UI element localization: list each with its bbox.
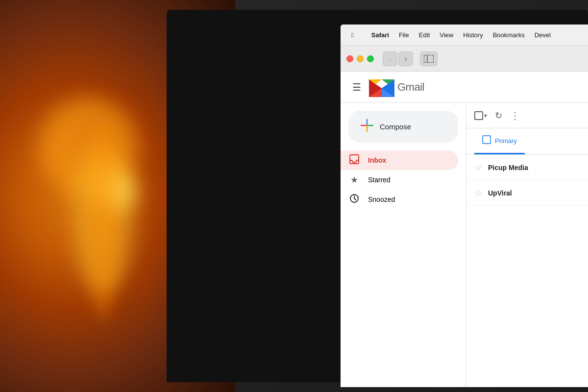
mac-window:  Safari File Edit View History Bookmark…: [341, 24, 588, 387]
view-menu-item[interactable]: View: [435, 29, 458, 41]
clock-icon: [348, 194, 360, 206]
gmail-sidebar: Compose Inbox: [341, 103, 466, 387]
email-sender: UpViral: [488, 189, 557, 197]
bookmarks-menu-item[interactable]: Bookmarks: [488, 29, 530, 41]
gmail-content: ☰: [341, 72, 588, 387]
select-all-checkbox[interactable]: [474, 111, 483, 120]
primary-tab-label: Primary: [495, 137, 517, 145]
history-menu-item[interactable]: History: [458, 29, 488, 41]
star-button[interactable]: ☆: [474, 188, 482, 198]
sidebar-snoozed-label: Snoozed: [368, 196, 395, 203]
sidebar-item-snoozed[interactable]: Snoozed: [341, 190, 458, 209]
primary-tab-icon: [482, 135, 491, 146]
gmail-header: ☰: [341, 72, 588, 103]
sidebar-starred-label: Starred: [368, 176, 391, 184]
svg-rect-0: [424, 55, 434, 63]
email-list: ☆ Picup Media ☆ UpViral: [466, 155, 588, 387]
browser-toolbar: ‹ ›: [341, 46, 588, 72]
sidebar-toggle-button[interactable]: [420, 51, 438, 66]
compose-label: Compose: [380, 122, 411, 131]
table-row[interactable]: ☆ UpViral: [466, 180, 588, 206]
back-button[interactable]: ‹: [383, 51, 397, 66]
monitor-outer:  Safari File Edit View History Bookmark…: [0, 0, 588, 392]
develop-menu-item[interactable]: Devel: [530, 29, 556, 41]
close-button[interactable]: [346, 55, 353, 62]
inbox-icon: [348, 154, 360, 167]
back-icon: ‹: [389, 55, 392, 63]
email-sender: Picup Media: [488, 164, 557, 172]
compose-button[interactable]: Compose: [348, 111, 458, 143]
gmail-menu-icon[interactable]: ☰: [348, 77, 365, 97]
email-tabs: Primary: [466, 128, 588, 155]
file-menu-item[interactable]: File: [394, 29, 414, 41]
star-icon: ★: [348, 174, 360, 185]
bokeh-4: [88, 122, 118, 318]
tab-primary[interactable]: Primary: [474, 128, 525, 154]
forward-icon: ›: [405, 55, 407, 63]
edit-menu-item[interactable]: Edit: [414, 29, 435, 41]
select-dropdown-arrow[interactable]: ▾: [484, 112, 487, 119]
sidebar-item-starred[interactable]: ★ Starred: [341, 170, 458, 190]
star-button[interactable]: ☆: [474, 162, 482, 173]
apple-menu-item[interactable]: : [346, 29, 359, 41]
gmail-main: Compose Inbox: [341, 103, 588, 387]
select-all-area[interactable]: ▾: [474, 111, 487, 120]
sidebar-inbox-label: Inbox: [368, 156, 386, 164]
fullscreen-button[interactable]: [367, 55, 374, 62]
sidebar-item-inbox[interactable]: Inbox: [341, 150, 458, 170]
minimize-button[interactable]: [357, 55, 364, 62]
forward-button[interactable]: ›: [398, 51, 413, 66]
nav-buttons: ‹ ›: [383, 51, 413, 66]
gmail-wordmark: Gmail: [397, 81, 424, 94]
more-options-button[interactable]: ⋮: [510, 110, 521, 122]
table-row[interactable]: ☆ Picup Media: [466, 155, 588, 180]
gmail-email-area: ▾ ↻ ⋮: [466, 103, 588, 387]
svg-rect-17: [483, 136, 490, 144]
gmail-m-icon: [369, 77, 394, 97]
gmail-logo: Gmail: [369, 77, 424, 97]
refresh-button[interactable]: ↻: [495, 110, 502, 121]
traffic-lights: [346, 55, 374, 62]
email-toolbar: ▾ ↻ ⋮: [466, 103, 588, 128]
compose-plus-icon: [360, 119, 374, 135]
screen-bezel:  Safari File Edit View History Bookmark…: [167, 10, 588, 382]
menu-bar:  Safari File Edit View History Bookmark…: [341, 24, 588, 46]
sidebar-toggle-icon: [424, 55, 434, 63]
safari-menu-item[interactable]: Safari: [367, 29, 394, 41]
